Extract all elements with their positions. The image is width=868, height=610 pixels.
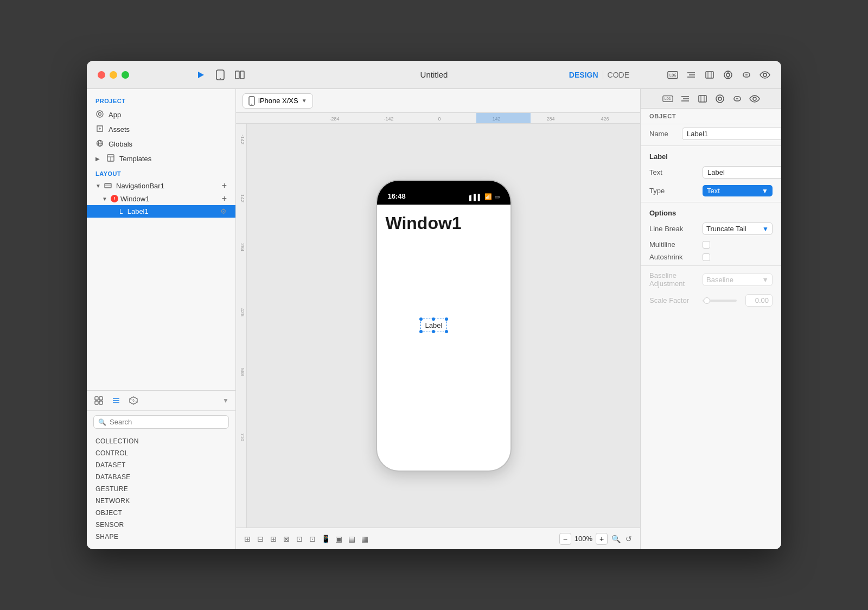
group-icon[interactable]: ▣ — [334, 535, 343, 543]
window1-add-icon[interactable]: + — [222, 194, 227, 203]
right-hierarchy-icon[interactable] — [680, 93, 691, 104]
sidebar-item-templates[interactable]: ▶ Templates — [87, 151, 235, 166]
cube-tab[interactable] — [128, 395, 139, 406]
svg-point-17 — [763, 73, 767, 77]
type-select[interactable]: Text ▼ — [703, 185, 773, 196]
rotate-icon[interactable]: ↺ — [624, 535, 634, 543]
align-left-icon[interactable]: ⊞ — [242, 535, 252, 543]
svg-point-18 — [97, 111, 103, 117]
layout-icon[interactable]: ▦ — [360, 535, 369, 543]
book-icon[interactable] — [234, 69, 245, 80]
handle-bl[interactable] — [419, 330, 423, 333]
templates-label: Templates — [119, 155, 151, 163]
window1-expand-icon[interactable]: ▼ — [102, 196, 108, 202]
panel-chevron-icon[interactable]: ▼ — [222, 397, 229, 404]
components-panel: ▼ 🔍 COLLECTION CONTROL DATASET DATABASE … — [87, 390, 235, 549]
right-resize-icon[interactable] — [697, 93, 708, 104]
svg-rect-3 — [235, 71, 239, 79]
right-target-icon[interactable] — [714, 93, 725, 104]
status-icons: ▌▌▌ 📶 ▭ — [469, 193, 499, 200]
align-h-center-icon[interactable]: ⊞ — [269, 535, 278, 543]
category-collection[interactable]: COLLECTION — [87, 435, 235, 447]
device-selector[interactable]: iPhone X/XS ▼ — [242, 93, 313, 109]
globals-label: Globals — [108, 140, 132, 148]
category-sensor[interactable]: SENSOR — [87, 519, 235, 531]
tree-item-window1[interactable]: ▼ ! Window1 + — [87, 192, 235, 205]
distribute-h-icon[interactable]: ⊡ — [295, 535, 304, 543]
maximize-button[interactable] — [122, 71, 129, 79]
slider-thumb[interactable] — [704, 297, 710, 304]
object-header: OBJECT — [641, 109, 781, 124]
handle-bm[interactable] — [432, 330, 435, 333]
link-icon[interactable] — [741, 69, 752, 80]
right-log-icon[interactable]: LOG — [662, 93, 673, 104]
right-link-icon[interactable] — [732, 93, 743, 104]
sidebar-item-globals[interactable]: Globals — [87, 137, 235, 151]
templates-expand-icon[interactable]: ▶ — [95, 156, 102, 162]
navbar-expand-icon[interactable]: ▼ — [95, 183, 102, 189]
grid-tab[interactable] — [93, 395, 104, 406]
autoshrink-row: Autoshrink — [641, 251, 781, 263]
window1-badge: ! — [111, 195, 118, 202]
handle-tm[interactable] — [432, 317, 435, 321]
category-gesture[interactable]: GESTURE — [87, 483, 235, 495]
target-icon[interactable] — [723, 69, 733, 80]
category-shape[interactable]: SHAPE — [87, 531, 235, 543]
svg-point-2 — [220, 78, 221, 79]
canvas-workspace[interactable]: 16:48 ▌▌▌ 📶 ▭ Window1 Label — [247, 124, 640, 528]
navbar-add-icon[interactable]: + — [222, 181, 227, 190]
zoom-in-button[interactable]: + — [596, 533, 608, 545]
device-icon[interactable] — [215, 69, 226, 80]
name-input[interactable] — [682, 128, 781, 140]
search-canvas-icon[interactable]: 🔍 — [611, 535, 621, 543]
hierarchy-icon[interactable] — [686, 69, 697, 80]
text-property-label: Text — [649, 168, 698, 176]
code-tab[interactable]: CODE — [608, 71, 629, 79]
label1-settings-icon[interactable]: ⚙ — [220, 207, 227, 215]
label-element[interactable]: Label — [420, 319, 448, 332]
zoom-level: 100% — [575, 535, 592, 543]
handle-br[interactable] — [445, 330, 448, 333]
category-control[interactable]: CONTROL — [87, 447, 235, 459]
distribute-v-icon[interactable]: ⊡ — [308, 535, 317, 543]
templates-icon — [106, 154, 115, 163]
eye-icon[interactable] — [760, 69, 770, 80]
tree-item-navbar[interactable]: ▼ NavigationBar1 + — [87, 179, 235, 192]
ruler-vertical: -142 142 284 426 568 710 — [236, 124, 247, 528]
category-object[interactable]: OBJECT — [87, 507, 235, 519]
canvas-area: iPhone X/XS ▼ -284 -142 0 142 284 426 56… — [236, 89, 640, 549]
slider-track[interactable] — [703, 300, 737, 302]
design-tab[interactable]: DESIGN — [569, 71, 598, 79]
play-icon[interactable] — [195, 69, 206, 80]
text-input[interactable] — [703, 166, 781, 179]
align-center-v-icon[interactable]: ⊟ — [256, 535, 265, 543]
category-dataset[interactable]: DATASET — [87, 459, 235, 471]
handle-tl[interactable] — [419, 317, 423, 321]
autoshrink-checkbox[interactable] — [703, 253, 710, 261]
main-layout: PROJECT App — [87, 89, 781, 549]
tree-item-label1[interactable]: L Label1 ⚙ — [87, 205, 235, 218]
align-right-icon[interactable]: ⊠ — [282, 535, 291, 543]
stack-icon[interactable]: ▤ — [347, 535, 356, 543]
right-eye-icon[interactable] — [749, 93, 760, 104]
svg-point-38 — [251, 104, 252, 105]
resize-icon[interactable] — [704, 69, 715, 80]
zoom-out-button[interactable]: − — [559, 533, 571, 545]
category-network[interactable]: NETWORK — [87, 495, 235, 507]
list-tab[interactable] — [111, 395, 122, 406]
device-group-icon[interactable]: 📱 — [321, 535, 330, 543]
sidebar-item-assets[interactable]: Assets — [87, 122, 235, 137]
search-box: 🔍 — [93, 415, 229, 429]
line-break-select[interactable]: Truncate Tail ▼ — [703, 223, 773, 235]
toolbar-icons — [195, 69, 245, 80]
search-input[interactable] — [110, 418, 224, 426]
minimize-button[interactable] — [110, 71, 117, 79]
layout-label: LAYOUT — [87, 166, 235, 179]
handle-tr[interactable] — [445, 317, 448, 321]
line-break-arrow-icon: ▼ — [762, 225, 769, 233]
multiline-checkbox[interactable] — [703, 241, 710, 249]
close-button[interactable] — [98, 71, 105, 79]
sidebar-item-app[interactable]: App — [87, 107, 235, 122]
log-icon[interactable]: LOG — [667, 69, 678, 80]
category-database[interactable]: DATABASE — [87, 471, 235, 483]
